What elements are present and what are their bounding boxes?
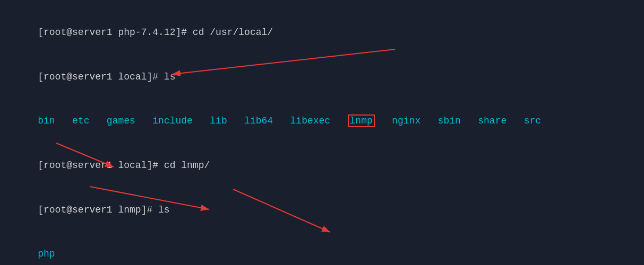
ls-item-libexec: libexec: [290, 116, 331, 126]
ls-item-share: share: [478, 116, 506, 126]
ls-item-nginx: nginx: [392, 116, 420, 126]
terminal-line-3: bin etc games include lib lib64 libexec …: [15, 99, 644, 144]
terminal-line-2: [root@server1 local]# ls: [15, 55, 644, 100]
ls-item-lnmp-highlighted: lnmp: [348, 114, 375, 127]
ls-item-sbin: sbin: [438, 116, 461, 126]
ls-item-bin: bin: [38, 116, 55, 126]
prompt-text: [root@server1 php-7.4.12]# cd /usr/local…: [38, 27, 273, 38]
ls-item-lib: lib: [210, 116, 227, 126]
terminal-line-5: [root@server1 lnmp]# ls: [15, 188, 644, 233]
ls-item-include: include: [152, 116, 193, 126]
prompt-text: [root@server1 lnmp]# ls: [38, 205, 169, 215]
prompt-text: [root@server1 local]# ls: [38, 72, 175, 82]
terminal-window: [root@server1 php-7.4.12]# cd /usr/local…: [7, 5, 644, 265]
terminal-line-6: php: [15, 232, 644, 265]
ls-item-games: games: [107, 116, 135, 126]
terminal-line-1: [root@server1 php-7.4.12]# cd /usr/local…: [15, 11, 644, 55]
ls-item-src: src: [524, 116, 541, 126]
terminal-line-4: [root@server1 local]# cd lnmp/: [15, 144, 644, 188]
ls-item-lib64: lib64: [244, 116, 273, 126]
ls-item-php: php: [38, 249, 55, 259]
ls-item-etc: etc: [72, 116, 89, 126]
prompt-text: [root@server1 local]# cd lnmp/: [38, 160, 210, 171]
